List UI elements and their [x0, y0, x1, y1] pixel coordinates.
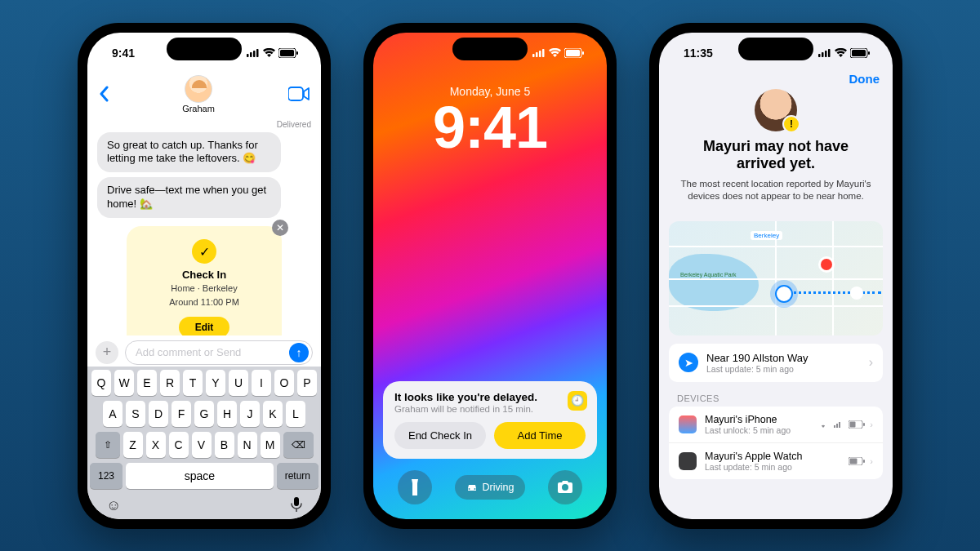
camera-icon [558, 481, 572, 493]
shift-key[interactable]: ⇧ [96, 432, 120, 458]
cellular-icon [532, 49, 546, 57]
dynamic-island [452, 38, 528, 60]
messages-nav: Graham [87, 73, 321, 117]
end-checkin-button[interactable]: End Check In [394, 422, 486, 449]
dictation-key[interactable] [291, 497, 302, 514]
wifi-icon [835, 48, 847, 57]
svg-rect-6 [296, 51, 298, 55]
cellular-icon [818, 49, 831, 57]
key[interactable]: A [103, 401, 122, 427]
svg-rect-19 [828, 49, 831, 57]
video-icon [288, 87, 310, 101]
key[interactable]: G [194, 401, 214, 427]
key[interactable]: M [261, 432, 280, 458]
key[interactable]: K [263, 401, 283, 427]
key[interactable]: P [297, 370, 317, 396]
attach-button[interactable]: + [96, 341, 118, 364]
done-button[interactable]: Done [849, 72, 880, 86]
status-icons [818, 48, 870, 58]
device-name: Mayuri's iPhone [705, 414, 791, 425]
device-row[interactable]: Mayuri's iPhone Last unlock: 5 min ago › [669, 407, 883, 443]
camera-button[interactable] [548, 470, 582, 504]
svg-rect-2 [253, 51, 256, 57]
location-row[interactable]: ➤ Near 190 Allston Way Last update: 5 mi… [669, 344, 883, 382]
lock-time: 9:41 [373, 98, 607, 157]
key[interactable]: Z [123, 432, 143, 458]
key[interactable]: E [137, 370, 157, 396]
status-icons [247, 48, 298, 58]
checkin-location: Home · Berkeley [138, 282, 270, 295]
key[interactable]: U [229, 370, 248, 396]
message-thread[interactable]: Delivered So great to catch up. Thanks f… [87, 117, 321, 335]
battery-icon [849, 457, 865, 465]
mic-icon [291, 497, 302, 512]
status-time: 9:41 [112, 47, 135, 60]
message-bubble: So great to catch up. Thanks for letting… [97, 132, 281, 173]
keyboard[interactable]: QWERTYUIOP ASDFGHJKL ⇧ Z X C V B N M ⌫ 1… [87, 367, 321, 519]
cellular-icon [247, 49, 260, 57]
route-trail [783, 291, 881, 294]
map-label: Berkeley [751, 231, 782, 240]
lock-datetime: Monday, June 5 9:41 [373, 85, 607, 157]
svg-rect-21 [852, 50, 866, 56]
svg-rect-12 [542, 49, 545, 57]
key[interactable]: B [215, 432, 234, 458]
notif-title: It looks like you're delayed. [394, 391, 586, 403]
svg-rect-14 [566, 50, 580, 56]
back-button[interactable] [99, 86, 109, 102]
alert-subtitle: The most recent location reported by May… [679, 178, 873, 203]
key[interactable]: F [172, 401, 191, 427]
key[interactable]: O [274, 370, 294, 396]
key[interactable]: Q [91, 370, 111, 396]
message-input[interactable]: Add comment or Send ↑ [125, 340, 313, 365]
key[interactable]: I [252, 370, 271, 396]
dynamic-island [167, 38, 242, 60]
svg-rect-9 [532, 54, 535, 57]
key[interactable]: S [126, 401, 145, 427]
alert-title: Mayuri may not have arrived yet. [679, 138, 873, 173]
location-line: Near 190 Allston Way [706, 352, 808, 364]
wifi-icon [549, 48, 561, 57]
facetime-button[interactable] [288, 87, 310, 101]
contact-avatar[interactable] [185, 75, 212, 103]
key[interactable]: J [240, 401, 260, 427]
wifi-icon [817, 420, 829, 428]
key[interactable]: H [217, 401, 237, 427]
send-button[interactable]: ↑ [289, 343, 309, 362]
return-key[interactable]: return [277, 463, 318, 489]
chevron-right-icon: › [870, 456, 873, 466]
space-key[interactable]: space [126, 463, 274, 489]
emoji-key[interactable]: ☺ [106, 497, 121, 514]
dynamic-island [738, 38, 813, 60]
car-icon [466, 482, 478, 493]
key[interactable]: Y [206, 370, 225, 396]
focus-pill[interactable]: Driving [455, 475, 526, 500]
map[interactable]: Berkeley Berkeley Aquatic Park [669, 221, 883, 335]
lock-date: Monday, June 5 [373, 85, 607, 98]
device-row[interactable]: Mayuri's Apple Watch Last update: 5 min … [669, 443, 883, 479]
svg-rect-22 [868, 51, 870, 55]
contact-avatar [755, 89, 797, 131]
close-button[interactable]: ✕ [272, 220, 288, 236]
key[interactable]: C [169, 432, 189, 458]
edit-button[interactable]: Edit [179, 317, 230, 335]
add-time-button[interactable]: Add Time [494, 422, 586, 449]
key[interactable]: D [149, 401, 168, 427]
svg-rect-17 [822, 52, 824, 57]
key[interactable]: V [192, 432, 212, 458]
key[interactable]: L [286, 401, 305, 427]
device-status-icons: › [849, 456, 873, 466]
svg-rect-16 [818, 54, 821, 57]
delay-notification[interactable]: 🕘 It looks like you're delayed. Graham w… [383, 381, 597, 459]
battery-icon [850, 48, 870, 58]
key[interactable]: R [160, 370, 180, 396]
checkin-icon: ✓ [192, 239, 216, 264]
numbers-key[interactable]: 123 [90, 463, 122, 489]
key[interactable]: N [238, 432, 257, 458]
key[interactable]: T [183, 370, 203, 396]
flashlight-button[interactable] [398, 470, 432, 504]
key[interactable]: W [114, 370, 134, 396]
backspace-key[interactable]: ⌫ [283, 432, 314, 458]
key[interactable]: X [146, 432, 166, 458]
phone-messages: 9:41 Graham Delivered So great to catch … [78, 23, 331, 529]
